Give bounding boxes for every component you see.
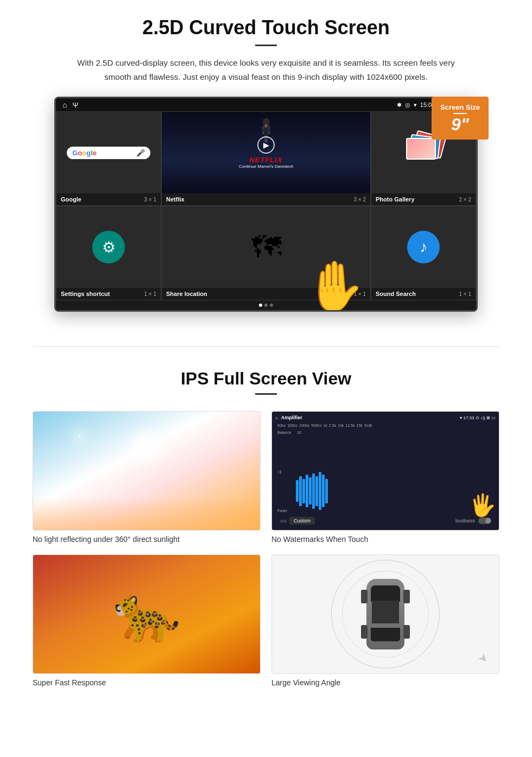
custom-button[interactable]: Custom (289, 517, 315, 525)
dot-3 (270, 304, 273, 307)
netflix-play-button[interactable]: ▶ (257, 136, 275, 154)
section2-title: IPS Full Screen View (33, 369, 499, 389)
device-screen: ⌂ Ψ ✱ ◎ ▾ 15:06 ⊙ ◁) ⊠ ▭ (54, 97, 478, 312)
google-cell: Google 🎤 Google 3 × 1 (56, 111, 161, 206)
usb-icon: Ψ (72, 101, 78, 109)
location-icon: ◎ (405, 102, 410, 109)
sky-background (33, 412, 260, 530)
cheetah-background: 🐆 (33, 555, 260, 673)
hand-gesture: 🤚 (304, 258, 365, 312)
music-cell-content: ♪ (371, 206, 476, 288)
curved-touch-screen-section: 2.5D Curved Touch Screen With 2.5D curve… (0, 0, 532, 325)
wifi-icon: ▾ (414, 102, 417, 109)
viewing-label: Large Viewing Angle (271, 678, 499, 687)
netflix-label-row: Netflix 3 × 2 (162, 193, 370, 205)
netflix-cell-content: 🕴 ▶ NETFLIX Continue Marvel's Daredevil (162, 112, 370, 193)
settings-grid-size: 1 × 1 (144, 291, 156, 297)
watermark-label: No Watermarks When Touch (271, 535, 499, 544)
music-app-label: Sound Search (376, 291, 416, 297)
netflix-app-label: Netflix (166, 196, 185, 203)
amp-screen: ⌂ Amplifier ▾ 17:33 ⊙ ◁) ⊠ ▭ 60hz100hz20… (272, 412, 499, 530)
maps-icon: 🗺 (251, 230, 281, 264)
maps-cell: 🗺 🤚 Share location 1 × 1 (161, 206, 371, 300)
amplifier-image: ⌂ Amplifier ▾ 17:33 ⊙ ◁) ⊠ ▭ 60hz100hz20… (271, 411, 499, 531)
feature-sunlight: No light reflecting under 360° direct su… (33, 411, 261, 544)
netflix-cell: 🕴 ▶ NETFLIX Continue Marvel's Daredevil … (161, 111, 371, 206)
feature-watermark: ⌂ Amplifier ▾ 17:33 ⊙ ◁) ⊠ ▭ 60hz100hz20… (271, 411, 499, 544)
amp-status-icons: ▾ 17:33 ⊙ ◁) ⊠ ▭ (460, 415, 496, 420)
bluetooth-icon: ✱ (397, 102, 402, 109)
music-cell: ♪ Sound Search 1 × 1 (371, 206, 476, 300)
section2-underline (255, 393, 277, 395)
gallery-label-row: Photo Gallery 2 × 2 (371, 193, 476, 205)
response-label: Super Fast Response (33, 678, 261, 687)
settings-icon: ⚙ (92, 231, 125, 263)
sunlight-label: No light reflecting under 360° direct su… (33, 535, 261, 544)
netflix-subtitle: Continue Marvel's Daredevil (239, 164, 293, 169)
badge-underline (453, 113, 467, 114)
music-grid-size: 1 × 1 (459, 291, 471, 297)
google-cell-content: Google 🎤 (56, 112, 161, 193)
mic-icon: 🎤 (136, 149, 145, 157)
music-icon: ♪ (407, 231, 440, 263)
feature-viewing: ➤ Large Viewing Angle (271, 554, 499, 687)
screen-size-badge: Screen Size 9" (432, 97, 489, 140)
cheetah-image: 🐆 (33, 554, 261, 674)
gallery-grid-size: 2 × 2 (459, 197, 471, 203)
section1-description: With 2.5D curved-display screen, this de… (76, 56, 456, 84)
google-search-bar[interactable]: Google 🎤 (67, 147, 150, 159)
device-mockup: Screen Size 9" ⌂ Ψ ✱ ◎ ▾ 15:06 ⊙ ◁) ⊠ (49, 97, 483, 312)
settings-cell-content: ⚙ (56, 206, 161, 288)
car-image: ➤ (271, 554, 499, 674)
settings-app-label: Settings shortcut (61, 291, 110, 297)
amp-home-icon: ⌂ (275, 415, 278, 420)
amp-title: Amplifier (281, 415, 302, 420)
screen-size-label: Screen Size (440, 103, 480, 111)
maps-cell-content: 🗺 🤚 (162, 206, 370, 288)
car-view-arrow: ➤ (474, 649, 491, 666)
settings-label-row: Settings shortcut 1 × 1 (56, 288, 161, 300)
music-label-row: Sound Search 1 × 1 (371, 288, 476, 300)
pagination-dots (56, 300, 476, 310)
feature-grid: No light reflecting under 360° direct su… (33, 411, 499, 687)
dot-1 (259, 304, 262, 307)
title-underline (255, 45, 277, 46)
google-grid-size: 3 × 1 (144, 197, 156, 203)
loudness-toggle[interactable] (478, 518, 491, 524)
status-left: ⌂ Ψ (62, 100, 78, 109)
car-view: ➤ (272, 555, 499, 673)
section-divider (33, 346, 499, 347)
car-top-view (366, 579, 404, 649)
sun-glow (125, 425, 168, 469)
cheetah-emoji: 🐆 (113, 582, 181, 646)
google-app-label: Google (61, 196, 81, 203)
screen-size-number: 9" (451, 115, 469, 134)
google-logo: Google (72, 149, 97, 157)
netflix-logo: NETFLIX (249, 156, 282, 164)
home-icon: ⌂ (62, 100, 67, 109)
settings-cell: ⚙ Settings shortcut 1 × 1 (56, 206, 161, 300)
gallery-app-label: Photo Gallery (376, 196, 415, 203)
status-bar: ⌂ Ψ ✱ ◎ ▾ 15:06 ⊙ ◁) ⊠ ▭ (56, 98, 476, 111)
maps-app-label: Share location (166, 291, 207, 297)
sunlight-image (33, 411, 261, 531)
section1-title: 2.5D Curved Touch Screen (33, 16, 499, 39)
app-grid-row1: Google 🎤 Google 3 × 1 (56, 111, 476, 206)
feature-response: 🐆 Super Fast Response (33, 554, 261, 687)
dot-2 (264, 304, 268, 307)
netflix-grid-size: 3 × 2 (353, 197, 366, 203)
netflix-bg: 🕴 ▶ NETFLIX Continue Marvel's Daredevil (162, 112, 370, 193)
google-label-row: Google 3 × 1 (56, 193, 161, 205)
amp-header: ⌂ Amplifier ▾ 17:33 ⊙ ◁) ⊠ ▭ (275, 415, 496, 420)
ips-section: IPS Full Screen View No light reflecting… (0, 363, 532, 703)
app-grid-row2: ⚙ Settings shortcut 1 × 1 🗺 🤚 S (56, 206, 476, 300)
